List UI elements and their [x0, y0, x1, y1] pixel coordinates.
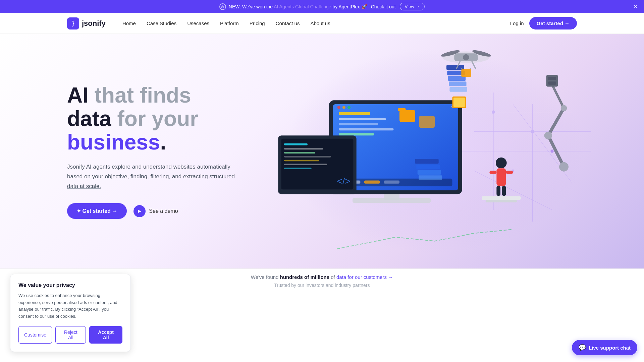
svg-rect-21 [399, 110, 415, 122]
svg-rect-51 [449, 81, 467, 86]
svg-rect-84 [418, 170, 441, 175]
svg-rect-75 [496, 168, 506, 186]
nav-actions: Log in Get started → [510, 17, 577, 29]
cookie-banner: We value your privacy We use cookies to … [10, 274, 131, 293]
svg-point-59 [544, 132, 552, 139]
svg-line-72 [461, 68, 462, 69]
svg-point-30 [347, 106, 351, 109]
svg-rect-36 [284, 152, 315, 154]
nav-item-home[interactable]: Home [122, 20, 136, 26]
svg-rect-81 [486, 200, 517, 202]
svg-rect-85 [419, 175, 442, 180]
nav-item-case-studies[interactable]: Case Studies [147, 20, 176, 26]
svg-rect-18 [339, 123, 378, 125]
svg-point-60 [561, 105, 567, 111]
nav-item-contact[interactable]: Contact us [276, 20, 300, 26]
svg-rect-38 [284, 160, 319, 162]
hero-actions: ✦ Get started → ▶ See a demo [67, 203, 235, 219]
svg-rect-34 [284, 143, 308, 145]
svg-rect-78 [496, 186, 500, 196]
logo-text: jsonify [82, 19, 106, 28]
svg-rect-82 [415, 159, 439, 164]
hero-demo-button[interactable]: ▶ See a demo [133, 205, 178, 217]
svg-rect-40 [284, 168, 312, 169]
cookie-description: We use cookies to enhance your browsing … [18, 292, 122, 293]
play-icon: ▶ [133, 205, 146, 217]
cookie-title: We value your privacy [18, 282, 122, 288]
hero-section: AI that finds data for your business. Js… [0, 34, 644, 268]
svg-rect-61 [546, 75, 558, 87]
svg-point-74 [496, 158, 507, 169]
login-button[interactable]: Log in [510, 20, 524, 26]
svg-point-6 [492, 111, 495, 114]
svg-point-28 [337, 106, 340, 109]
logo[interactable]: } jsonify [67, 17, 106, 29]
nav-item-usecases[interactable]: Usecases [187, 20, 209, 26]
svg-point-58 [559, 162, 569, 172]
hero-illustration: × </> [225, 34, 644, 268]
hero-description: Jsonify AI agents explore and understand… [67, 162, 235, 191]
announcement-icon: ◎ [219, 3, 226, 10]
navigation: } jsonify Home Case Studies Usecases Pla… [0, 13, 644, 34]
svg-rect-80 [482, 196, 521, 200]
svg-rect-17 [339, 118, 386, 120]
svg-rect-23 [419, 116, 435, 128]
svg-rect-35 [284, 148, 323, 150]
trusted-text: Trusted by our investors and industry pa… [67, 283, 577, 288]
svg-point-29 [342, 106, 345, 109]
svg-rect-79 [502, 186, 506, 196]
svg-rect-22 [398, 108, 406, 111]
svg-rect-52 [449, 87, 467, 92]
hero-title: AI that finds data for your business. [67, 83, 235, 154]
svg-rect-77 [506, 171, 513, 174]
svg-rect-37 [284, 156, 331, 158]
svg-text:</>: </> [337, 176, 350, 186]
svg-rect-27 [384, 181, 399, 184]
stats-text: We've found hundreds of millions of data… [67, 274, 577, 280]
svg-rect-62 [548, 77, 556, 80]
announcement-close-button[interactable]: × [634, 4, 637, 10]
nav-item-platform[interactable]: Platform [220, 20, 239, 26]
svg-rect-20 [339, 133, 374, 135]
svg-rect-63 [548, 81, 556, 84]
announcement-bar: ◎ NEW: We've won the AI Agents Global Ch… [0, 0, 644, 13]
logo-icon: } [67, 17, 79, 29]
svg-rect-54 [453, 98, 465, 107]
svg-rect-39 [284, 164, 327, 165]
hero-get-started-button[interactable]: ✦ Get started → [67, 203, 127, 219]
svg-point-8 [550, 149, 553, 153]
svg-rect-16 [339, 112, 370, 115]
svg-point-66 [463, 54, 469, 61]
announcement-text: NEW: We've won the AI Agents Global Chal… [229, 4, 396, 9]
announcement-link[interactable]: AI Agents Global Challenge [274, 4, 331, 9]
nav-item-pricing[interactable]: Pricing [250, 20, 265, 26]
stats-link[interactable]: data for our customers → [336, 274, 393, 280]
announcement-view-button[interactable]: View → [400, 3, 425, 10]
nav-links: Home Case Studies Usecases Platform Pric… [122, 20, 510, 26]
svg-rect-76 [489, 171, 496, 174]
svg-rect-19 [339, 128, 393, 130]
nav-item-about[interactable]: About us [310, 20, 330, 26]
svg-rect-83 [416, 165, 440, 169]
svg-rect-71 [461, 69, 471, 77]
nav-get-started-button[interactable]: Get started → [529, 17, 577, 29]
svg-rect-26 [364, 181, 380, 184]
hero-content: AI that finds data for your business. Js… [67, 83, 235, 219]
